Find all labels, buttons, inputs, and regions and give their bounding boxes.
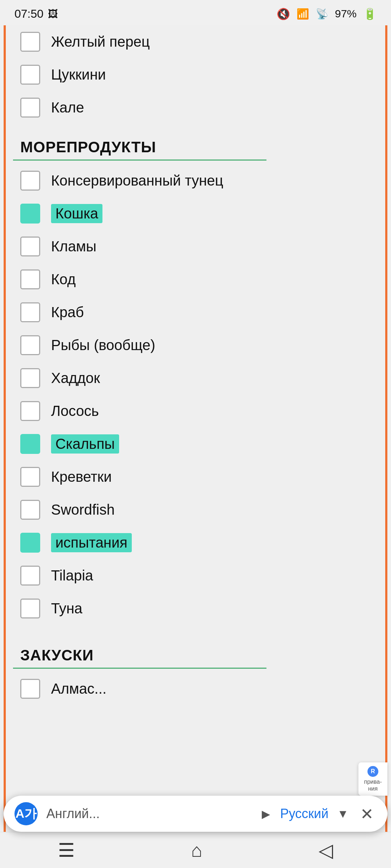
checkbox-canned-tuna[interactable] xyxy=(20,171,40,191)
item-cat: Кошка xyxy=(51,204,102,223)
checkbox-tilapia[interactable] xyxy=(20,566,40,586)
list-item: Swordfish xyxy=(13,493,378,526)
checkbox-crab[interactable] xyxy=(20,302,40,322)
item-clams: Кламы xyxy=(51,238,96,255)
list-item: Хаддок xyxy=(13,362,378,395)
vegetable-list: Желтый перец Цуккини Кале xyxy=(13,25,378,124)
list-item: Кошка xyxy=(13,197,378,230)
list-item: Консервированный тунец xyxy=(13,164,378,197)
item-tuna: Туна xyxy=(51,600,83,617)
checkbox-fish-general[interactable] xyxy=(20,335,40,355)
translate-dropdown-icon[interactable]: ▼ xyxy=(337,807,349,821)
status-time: 07:50 🖼 xyxy=(14,7,58,21)
item-yellow-pepper: Желтый перец xyxy=(51,34,150,50)
list-item: Tilapia xyxy=(13,559,378,592)
status-bar: 07:50 🖼 🔇 📶 📡 97% 🔋 xyxy=(0,0,391,25)
item-fish-general: Рыбы (вообще) xyxy=(51,337,155,353)
item-snack-first: Алмас... xyxy=(51,681,106,697)
list-item: Алмас... xyxy=(13,672,378,705)
list-item: Туна xyxy=(13,592,378,625)
wifi-icon: 📶 xyxy=(297,8,309,20)
checkbox-trials[interactable] xyxy=(20,533,40,553)
list-item: Код xyxy=(13,263,378,296)
list-item: Желтый перец xyxy=(13,25,378,58)
list-item: Скальпы xyxy=(13,427,378,460)
snacks-section: ЗАКУСКИ Алмас... xyxy=(13,632,378,705)
status-icons: 🔇 📶 📡 97% 🔋 xyxy=(277,8,377,20)
recaptcha-badge: R при­ва­ния xyxy=(358,762,387,796)
checkbox-cod[interactable] xyxy=(20,269,40,289)
mute-icon: 🔇 xyxy=(277,8,290,20)
translate-from-language[interactable]: Англий... xyxy=(46,806,252,821)
nav-back-button[interactable]: ◁ xyxy=(308,836,344,865)
photo-icon: 🖼 xyxy=(48,8,58,20)
checkbox-kale[interactable] xyxy=(20,98,40,118)
checkbox-shrimp[interactable] xyxy=(20,467,40,487)
item-trials: испытания xyxy=(51,533,132,552)
item-swordfish: Swordfish xyxy=(51,502,115,518)
translate-close-button[interactable]: ✕ xyxy=(357,805,377,823)
checkbox-scallops[interactable] xyxy=(20,434,40,454)
item-tilapia: Tilapia xyxy=(51,567,93,584)
translate-icon: A가 xyxy=(14,802,38,825)
list-item: Рыбы (вообще) xyxy=(13,329,378,362)
time-display: 07:50 xyxy=(14,7,43,21)
item-cod: Код xyxy=(51,271,76,288)
seafood-header: МОРЕПРОДУКТЫ xyxy=(13,124,266,161)
checkbox-snack-first[interactable] xyxy=(20,679,40,699)
list-item: Краб xyxy=(13,296,378,329)
translate-arrow-icon: ▶ xyxy=(262,808,270,820)
nav-menu-button[interactable]: ☰ xyxy=(47,836,86,865)
checkbox-yellow-pepper[interactable] xyxy=(20,32,40,52)
item-salmon: Лосось xyxy=(51,403,99,419)
battery-display: 97% xyxy=(335,8,357,20)
signal-icon: 📡 xyxy=(316,8,328,20)
checkbox-cat[interactable] xyxy=(20,204,40,224)
main-content: Желтый перец Цуккини Кале МОРЕПРОДУКТЫ К… xyxy=(4,25,387,850)
item-haddock: Хаддок xyxy=(51,370,100,386)
list-item: Кале xyxy=(13,91,378,124)
item-canned-tuna: Консервированный тунец xyxy=(51,173,223,189)
nav-home-button[interactable]: ⌂ xyxy=(180,836,213,865)
navigation-bar: ☰ ⌂ ◁ xyxy=(0,832,391,868)
seafood-section: МОРЕПРОДУКТЫ Консервированный тунец Кошк… xyxy=(13,124,378,625)
list-item: Лосось xyxy=(13,395,378,427)
checkbox-swordfish[interactable] xyxy=(20,500,40,520)
item-crab: Краб xyxy=(51,304,84,320)
checkbox-salmon[interactable] xyxy=(20,401,40,421)
checkbox-haddock[interactable] xyxy=(20,368,40,388)
snacks-header: ЗАКУСКИ xyxy=(13,632,266,669)
item-zucchini: Цуккини xyxy=(51,67,106,83)
checkbox-tuna[interactable] xyxy=(20,599,40,618)
checkbox-zucchini[interactable] xyxy=(20,65,40,85)
list-item: испытания xyxy=(13,526,378,559)
checkbox-clams[interactable] xyxy=(20,237,40,256)
list-item: Цуккини xyxy=(13,58,378,91)
item-scallops: Скальпы xyxy=(51,434,119,454)
item-shrimp: Креветки xyxy=(51,469,112,485)
battery-icon: 🔋 xyxy=(363,8,377,20)
list-item: Кламы xyxy=(13,230,378,263)
list-item: Креветки xyxy=(13,460,378,493)
translate-icon-label: A가 xyxy=(16,805,37,822)
translator-bar[interactable]: A가 Англий... ▶ Русский ▼ ✕ xyxy=(4,796,387,832)
translate-to-language[interactable]: Русский xyxy=(280,806,329,821)
item-kale: Кале xyxy=(51,99,84,116)
